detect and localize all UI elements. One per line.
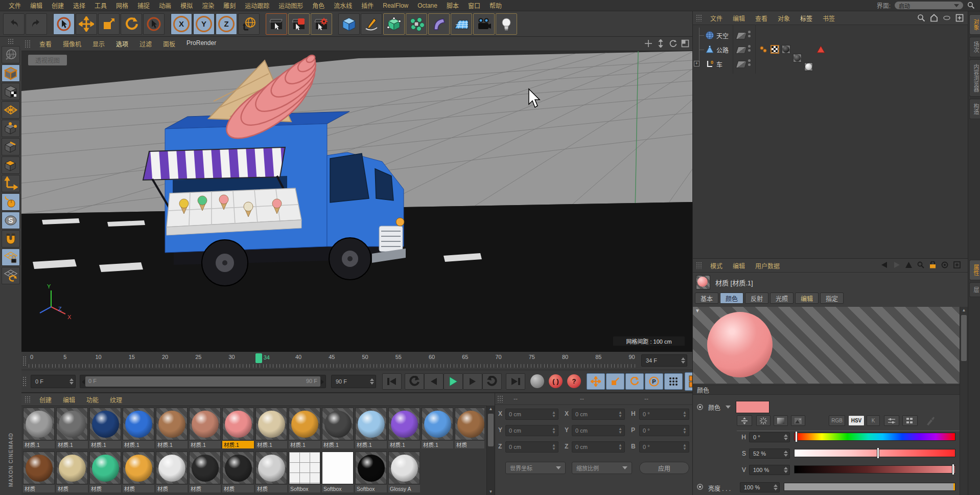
tab-光照[interactable]: 光照 (770, 292, 794, 304)
tab-编辑[interactable]: 编辑 (795, 292, 819, 304)
material-tile[interactable]: 材质.1 (422, 408, 453, 448)
render-picture-viewer-button[interactable] (288, 13, 310, 35)
history-forward-icon[interactable] (893, 262, 900, 268)
om-menu-grip[interactable] (696, 14, 702, 21)
hsv-mode-button[interactable]: HSV (848, 415, 865, 426)
model-mode-button[interactable] (2, 64, 20, 82)
workplane-mode-button[interactable] (2, 101, 20, 119)
side-tab-对象[interactable]: 对象 (969, 14, 980, 35)
menu-item-摄像机[interactable]: 摄像机 (57, 39, 87, 48)
layer-toggle[interactable] (736, 61, 748, 68)
material-preview[interactable] (693, 307, 961, 384)
menu-item-模式[interactable]: 模式 (705, 261, 728, 270)
material-tile[interactable]: 材质.1 (23, 408, 55, 448)
edges-mode-button[interactable] (2, 138, 20, 155)
rgb-mode-button[interactable]: RGB (829, 415, 845, 426)
rotate-view-icon[interactable] (669, 39, 677, 48)
material-tile[interactable]: 材质.1 (388, 408, 420, 448)
texture-mode-button[interactable] (2, 83, 20, 100)
material-tile[interactable]: 材质.1 (289, 408, 320, 448)
scroll-down-icon[interactable]: ▼ (487, 488, 495, 495)
menu-item-编辑[interactable]: 编辑 (728, 14, 750, 22)
hue-stepper[interactable] (782, 434, 789, 440)
menu-item-对象[interactable]: 对象 (773, 14, 795, 22)
value-slider[interactable] (794, 465, 955, 474)
start-frame-stepper[interactable] (68, 378, 75, 385)
visibility-dots[interactable] (748, 59, 751, 66)
add-primitive-button[interactable] (338, 13, 360, 35)
perspective-viewport[interactable]: Y Z X 透视视图 网格间距 : 100 cm (21, 51, 692, 352)
timeline-ruler[interactable]: 0510152025304045505560657075808590 34 34… (21, 352, 692, 370)
menu-item-标签[interactable]: 标签 (795, 14, 818, 22)
material-tile[interactable]: 材质.1 (322, 408, 354, 448)
autokeying-button[interactable]: ( ) (549, 374, 563, 388)
last-tool-button[interactable] (143, 13, 165, 35)
menu-item-Octane[interactable]: Octane (413, 2, 442, 9)
brightness-field[interactable]: 100 % (740, 482, 780, 492)
object-row-car[interactable]: + 0 车 (693, 57, 968, 71)
add-light-button[interactable] (496, 13, 517, 35)
hue-slider-handle[interactable] (795, 431, 798, 442)
search-icon[interactable] (917, 14, 925, 22)
coords-grip[interactable] (497, 395, 503, 402)
pan-view-icon[interactable] (644, 39, 652, 48)
points-mode-button[interactable] (2, 120, 20, 137)
object-name[interactable]: 车 (716, 60, 722, 69)
coord-field[interactable]: 0 cm▲▼ (505, 425, 558, 436)
lock-icon[interactable] (929, 261, 936, 268)
menu-item-查看[interactable]: 查看 (750, 14, 773, 22)
material-tile[interactable]: 材质.1 (255, 408, 287, 448)
material-tile[interactable]: Softbox (322, 452, 354, 492)
range-left-arrow-icon[interactable] (82, 379, 85, 385)
menu-item-文件[interactable]: 文件 (705, 14, 728, 22)
saturation-slider-handle[interactable] (877, 447, 879, 459)
frame-range-slider[interactable]: 0 F 90 F (80, 375, 326, 388)
menu-item-RealFlow[interactable]: RealFlow (378, 2, 413, 9)
workplane-align-button[interactable] (2, 267, 20, 284)
material-tile[interactable]: 材质.1 (123, 408, 154, 448)
scroll-up-icon[interactable]: ▲ (487, 406, 495, 412)
menu-item-查看[interactable]: 查看 (34, 39, 57, 48)
hue-field[interactable]: 0 ° (749, 432, 790, 442)
saturation-field[interactable]: 52 % (749, 448, 790, 459)
eyedropper-icon[interactable] (926, 415, 935, 425)
material-tile[interactable]: 材质 (156, 452, 188, 492)
add-deformer-button[interactable] (428, 13, 450, 35)
material-tile[interactable]: 材质.1 (56, 408, 88, 448)
value-slider-handle[interactable] (952, 464, 954, 475)
material-tile[interactable]: 材质 (123, 452, 154, 492)
key-position-toggle[interactable] (587, 373, 605, 390)
hue-slider[interactable] (794, 433, 955, 441)
am-menu-grip[interactable] (696, 262, 702, 269)
tab-指定[interactable]: 指定 (820, 292, 844, 304)
object-name[interactable]: 公路 (716, 46, 729, 54)
sidebar-grip[interactable] (8, 38, 14, 44)
transport-grip[interactable] (22, 376, 27, 387)
coord-field[interactable]: 0 cm▲▼ (505, 409, 558, 420)
frame-stepper[interactable] (680, 357, 687, 364)
axis-mode-button[interactable] (2, 175, 20, 192)
material-tile[interactable]: Glossy A (388, 452, 420, 492)
path-icon[interactable] (943, 14, 951, 22)
undo-button[interactable] (3, 13, 25, 35)
menu-item-帮助[interactable]: 帮助 (485, 1, 506, 10)
menu-item-纹理[interactable]: 纹理 (104, 395, 128, 404)
selection-tag-icon[interactable] (759, 45, 768, 54)
menu-item-网格[interactable]: 网格 (111, 1, 133, 10)
material-tile[interactable]: 材质 (23, 452, 55, 492)
compact-mode-button[interactable] (737, 415, 752, 426)
material-tile[interactable]: 材质.1 (189, 408, 221, 448)
lock-z-axis-button[interactable]: Z (216, 13, 237, 35)
color-animation-dot[interactable] (697, 404, 703, 410)
redo-button[interactable] (26, 13, 47, 35)
saturation-slider[interactable] (794, 449, 955, 457)
next-frame-button[interactable] (463, 373, 482, 390)
side-tab-构造[interactable]: 构造 (969, 99, 980, 119)
tab-基本[interactable]: 基本 (695, 292, 718, 304)
material-tile[interactable]: 材质 (222, 452, 254, 492)
workplane-lock-button[interactable] (2, 249, 20, 266)
menu-item-创建[interactable]: 创建 (34, 395, 57, 404)
coord-field[interactable]: 0 cm▲▼ (572, 425, 625, 436)
layer-toggle[interactable] (736, 47, 748, 54)
brightness-slider[interactable] (784, 483, 955, 491)
